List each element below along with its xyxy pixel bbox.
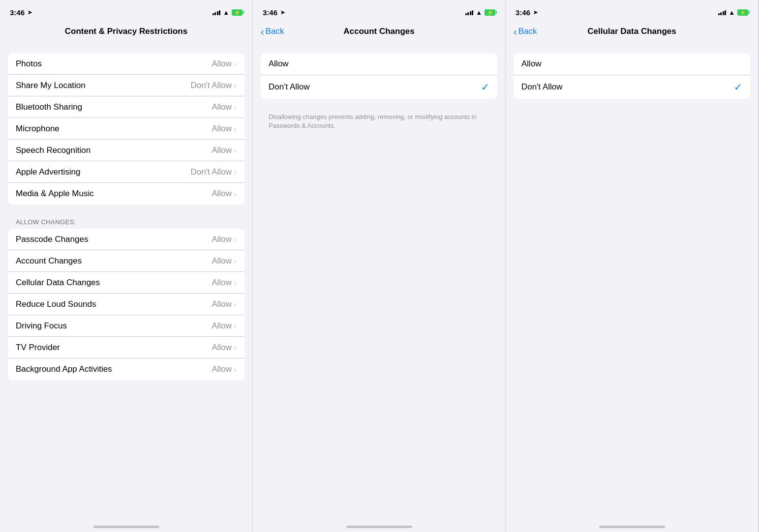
list-item-account-changes[interactable]: Account Changes Allow › (8, 250, 244, 272)
list-item-bluetooth[interactable]: Bluetooth Sharing Allow › (8, 96, 244, 118)
option-label-dont-allow-account: Don't Allow (269, 82, 310, 92)
list-item-share-location[interactable]: Share My Location Don't Allow › (8, 75, 244, 96)
back-button-3[interactable]: ‹ Back (514, 27, 537, 36)
list-item-passcode-changes[interactable]: Passcode Changes Allow › (8, 229, 244, 250)
list-item-speech[interactable]: Speech Recognition Allow › (8, 140, 244, 161)
list-item-cellular-data-changes[interactable]: Cellular Data Changes Allow › (8, 272, 244, 294)
checkmark-cellular: ✓ (734, 81, 742, 93)
screen-cellular-data-changes: 3:46 ➤ ▲ ⚡ ‹ Back Cellular Data Changes (506, 0, 759, 532)
checkmark-account: ✓ (481, 81, 489, 93)
list-item-background-app[interactable]: Background App Activities Allow › (8, 358, 244, 380)
signal-icon-3 (718, 9, 727, 15)
list-item-media-music[interactable]: Media & Apple Music Allow › (8, 183, 244, 205)
list-item-advertising[interactable]: Apple Advertising Don't Allow › (8, 161, 244, 183)
location-arrow-1: ➤ (28, 9, 32, 16)
option-label-allow-account: Allow (269, 59, 289, 69)
battery-icon-2: ⚡ (485, 9, 495, 16)
location-arrow-3: ➤ (533, 9, 538, 16)
account-changes-options-group: Allow Don't Allow ✓ (261, 53, 497, 99)
item-value-share-location: Don't Allow (190, 81, 232, 90)
option-dont-allow-account[interactable]: Don't Allow ✓ (261, 75, 497, 99)
chevron-share-location: › (234, 81, 237, 89)
item-right-media-music: Allow › (212, 189, 237, 199)
item-value-advertising: Don't Allow (190, 167, 232, 177)
item-label-driving-focus: Driving Focus (16, 321, 67, 331)
status-time-2: 3:46 ➤ (263, 8, 285, 17)
item-right-bluetooth: Allow › (212, 102, 237, 112)
list-item-microphone[interactable]: Microphone Allow › (8, 118, 244, 140)
chevron-reduce-loud: › (234, 300, 237, 308)
item-value-driving-focus: Allow (212, 321, 232, 331)
status-icons-2: ▲ ⚡ (465, 9, 495, 16)
item-label-photos: Photos (16, 59, 42, 69)
status-icons-1: ▲ ⚡ (213, 9, 243, 16)
status-bar-3: 3:46 ➤ ▲ ⚡ (506, 0, 758, 22)
list-item-tv-provider[interactable]: TV Provider Allow › (8, 337, 244, 358)
nav-title-1: Content & Privacy Restrictions (65, 27, 187, 36)
wifi-icon-2: ▲ (476, 9, 482, 16)
battery-icon-3: ⚡ (737, 9, 748, 16)
nav-bar-1: Content & Privacy Restrictions (0, 22, 252, 43)
item-value-photos: Allow (212, 59, 232, 69)
item-right-speech: Allow › (212, 146, 237, 155)
back-label-2: Back (266, 27, 284, 36)
list-item-reduce-loud[interactable]: Reduce Loud Sounds Allow › (8, 294, 244, 315)
item-label-background-app: Background App Activities (16, 364, 112, 374)
chevron-photos: › (234, 59, 237, 68)
nav-title-3: Cellular Data Changes (587, 27, 676, 36)
option-dont-allow-cellular[interactable]: Don't Allow ✓ (514, 75, 750, 99)
item-label-media-music: Media & Apple Music (16, 189, 94, 199)
location-arrow-2: ➤ (280, 9, 285, 16)
item-right-advertising: Don't Allow › (190, 167, 237, 177)
option-label-allow-cellular: Allow (521, 59, 542, 69)
chevron-driving-focus: › (234, 322, 237, 330)
list-item-photos[interactable]: Photos Allow › (8, 53, 244, 75)
status-time-3: 3:46 ➤ (516, 8, 538, 17)
footer-note-account: Disallowing changes prevents adding, rem… (261, 109, 497, 134)
battery-symbol-1: ⚡ (234, 10, 240, 15)
item-label-cellular-data-changes: Cellular Data Changes (16, 278, 100, 288)
chevron-bluetooth: › (234, 103, 237, 111)
item-right-share-location: Don't Allow › (190, 81, 237, 90)
status-bar-2: 3:46 ➤ ▲ ⚡ (253, 0, 505, 22)
item-label-reduce-loud: Reduce Loud Sounds (16, 299, 96, 309)
content-3: Allow Don't Allow ✓ (506, 43, 758, 526)
item-label-speech: Speech Recognition (16, 146, 91, 155)
content-1[interactable]: Photos Allow › Share My Location Don't A… (0, 43, 252, 526)
content-2: Allow Don't Allow ✓ Disallowing changes … (253, 43, 505, 526)
home-indicator-2 (346, 526, 412, 528)
time-label-3: 3:46 (516, 8, 530, 17)
time-label-2: 3:46 (263, 8, 277, 17)
cellular-changes-options-group: Allow Don't Allow ✓ (514, 53, 750, 99)
chevron-tv-provider: › (234, 343, 237, 352)
option-allow-cellular[interactable]: Allow (514, 53, 750, 75)
back-button-2[interactable]: ‹ Back (261, 27, 284, 36)
allow-changes-group: Passcode Changes Allow › Account Changes… (8, 229, 244, 380)
back-chevron-2: ‹ (261, 27, 264, 36)
item-value-reduce-loud: Allow (212, 299, 232, 309)
signal-icon-1 (213, 9, 221, 15)
item-value-passcode-changes: Allow (212, 235, 232, 244)
chevron-passcode-changes: › (234, 235, 237, 243)
chevron-media-music: › (234, 190, 237, 198)
list-item-driving-focus[interactable]: Driving Focus Allow › (8, 315, 244, 337)
allow-changes-header: ALLOW CHANGES: (8, 214, 244, 229)
nav-bar-3: ‹ Back Cellular Data Changes (506, 22, 758, 43)
chevron-account-changes: › (234, 257, 237, 265)
back-label-3: Back (518, 27, 537, 36)
chevron-advertising: › (234, 168, 237, 176)
item-label-passcode-changes: Passcode Changes (16, 235, 88, 244)
item-right-microphone: Allow › (212, 124, 237, 134)
option-allow-account[interactable]: Allow (261, 53, 497, 75)
wifi-icon-3: ▲ (729, 9, 735, 16)
item-value-tv-provider: Allow (212, 343, 232, 353)
chevron-microphone: › (234, 124, 237, 133)
item-label-tv-provider: TV Provider (16, 343, 60, 353)
battery-symbol-3: ⚡ (740, 10, 746, 15)
status-bar-1: 3:46 ➤ ▲ ⚡ (0, 0, 252, 22)
screen-account-changes: 3:46 ➤ ▲ ⚡ ‹ Back Account Changes A (253, 0, 506, 532)
item-value-cellular-data-changes: Allow (212, 278, 232, 288)
item-value-background-app: Allow (212, 364, 232, 374)
battery-symbol-2: ⚡ (487, 10, 493, 15)
option-label-dont-allow-cellular: Don't Allow (521, 82, 563, 92)
